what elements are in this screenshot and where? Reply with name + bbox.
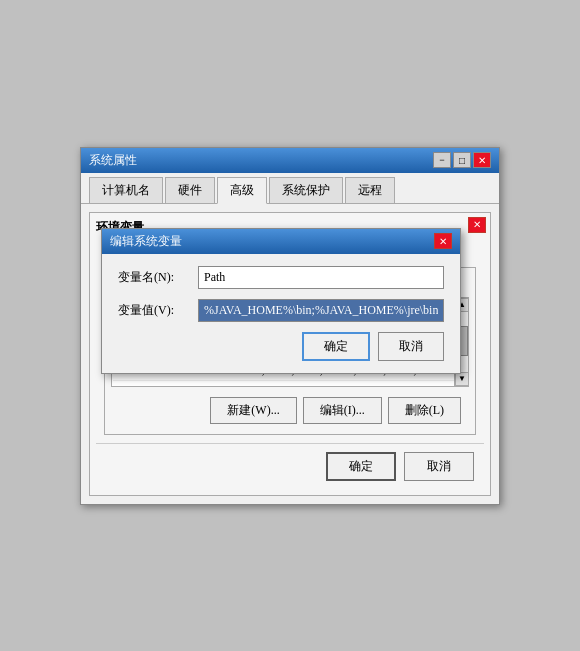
env-dialog-btn-row: 确定 取消 <box>96 443 484 489</box>
sys-var-btn-row: 新建(W)... 编辑(I)... 删除(L) <box>111 393 469 428</box>
scroll-down-arrow[interactable]: ▼ <box>455 372 469 386</box>
main-window: 系统属性 － □ ✕ 计算机名 硬件 高级 系统保护 远程 环境变量 的用户变量… <box>80 147 500 505</box>
title-bar-buttons: － □ ✕ <box>433 152 491 168</box>
row-var-processor: PROCESSOR_AR <box>113 380 226 387</box>
tab-advanced[interactable]: 高级 <box>217 177 267 204</box>
maximize-button[interactable]: □ <box>453 152 471 168</box>
minimize-button[interactable]: － <box>433 152 451 168</box>
table-row[interactable]: PROCESSOR_AR AMD64 <box>113 380 454 387</box>
var-name-input[interactable] <box>198 266 444 289</box>
var-value-input[interactable] <box>198 299 444 322</box>
edit-sysvar-button[interactable]: 编辑(I)... <box>303 397 382 424</box>
edit-dialog-body: 变量名(N): 变量值(V): 确定 取消 <box>102 254 460 373</box>
var-name-label: 变量名(N): <box>118 269 198 286</box>
tab-hardware[interactable]: 硬件 <box>165 177 215 203</box>
edit-dialog-cancel-button[interactable]: 取消 <box>378 332 444 361</box>
tab-bar: 计算机名 硬件 高级 系统保护 远程 <box>81 173 499 204</box>
tab-system-protection[interactable]: 系统保护 <box>269 177 343 203</box>
edit-dialog-title: 编辑系统变量 <box>110 233 182 250</box>
main-title-bar: 系统属性 － □ ✕ <box>81 148 499 173</box>
edit-dialog-ok-button[interactable]: 确定 <box>302 332 370 361</box>
env-close-button[interactable]: ✕ <box>468 217 486 233</box>
env-cancel-button[interactable]: 取消 <box>404 452 474 481</box>
edit-dialog-close-button[interactable]: ✕ <box>434 233 452 249</box>
main-window-title: 系统属性 <box>89 152 137 169</box>
env-ok-button[interactable]: 确定 <box>326 452 396 481</box>
edit-dialog: 编辑系统变量 ✕ 变量名(N): 变量值(V): 确定 取消 <box>101 228 461 374</box>
var-value-row: 变量值(V): <box>118 299 444 322</box>
main-close-button[interactable]: ✕ <box>473 152 491 168</box>
tab-remote[interactable]: 远程 <box>345 177 395 203</box>
row-val-processor: AMD64 <box>225 380 453 387</box>
var-value-label: 变量值(V): <box>118 302 198 319</box>
var-name-row: 变量名(N): <box>118 266 444 289</box>
edit-dialog-title-bar: 编辑系统变量 ✕ <box>102 229 460 254</box>
tab-computer-name[interactable]: 计算机名 <box>89 177 163 203</box>
new-sysvar-button[interactable]: 新建(W)... <box>210 397 296 424</box>
delete-sysvar-button[interactable]: 删除(L) <box>388 397 461 424</box>
edit-dialog-btn-row: 确定 取消 <box>118 332 444 361</box>
